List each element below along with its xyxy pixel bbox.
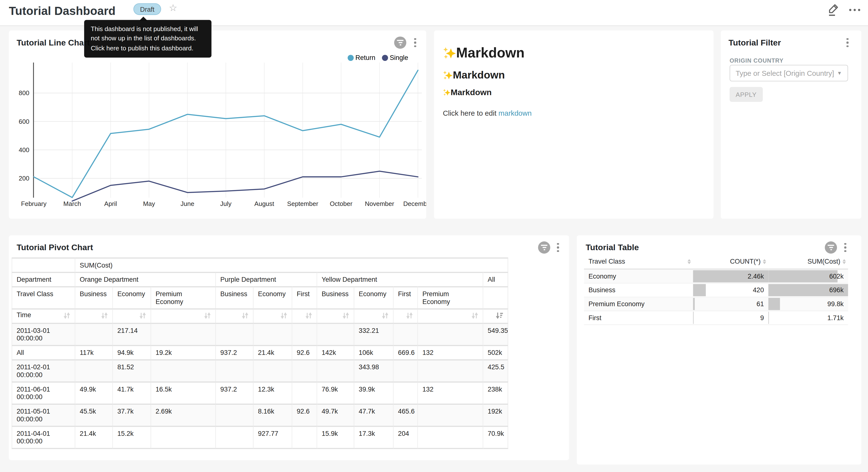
svg-text:June: June (181, 200, 194, 207)
pivot-value-cell: 142k (317, 345, 354, 359)
column-header-travel-class[interactable]: Travel Class (584, 254, 693, 269)
pivot-value-cell (394, 359, 418, 382)
pivot-value-cell: 39.9k (354, 382, 394, 404)
pivot-sort-cell[interactable] (317, 308, 354, 323)
pivot-data-row: 2011-05-01 00:00:0045.5k37.7k2.69k8.16k9… (12, 404, 508, 426)
pivot-sort-cell[interactable] (75, 308, 113, 323)
pivot-class-cell: First (292, 286, 317, 308)
filter-count-icon[interactable] (825, 241, 837, 254)
pivot-group-cell: Yellow Department (317, 272, 483, 286)
pivot-value-cell: 937.2 (216, 345, 253, 359)
pivot-sort-cell[interactable] (292, 308, 317, 323)
apply-button[interactable]: APPLY (730, 87, 763, 102)
markdown-edit-link[interactable]: markdown (499, 109, 532, 117)
sort-icon[interactable] (204, 312, 211, 321)
filter-count-icon[interactable] (538, 241, 550, 254)
pivot-value-cell: 12.3k (253, 382, 292, 404)
sort-icon[interactable] (406, 312, 413, 321)
pivot-sort-cell[interactable] (354, 308, 394, 323)
count-cell: 420 (693, 284, 769, 297)
pivot-sort-cell[interactable] (216, 308, 253, 323)
sort-icon[interactable] (101, 312, 108, 321)
pivot-value-cell (418, 404, 483, 426)
pivot-class-cell: Business (75, 286, 113, 308)
pivot-sort-cell[interactable] (151, 308, 216, 323)
pivot-header-cell: Travel Class (12, 286, 75, 308)
sort-carets-icon (763, 259, 766, 264)
panel-title: Tutorial Pivot Chart (17, 243, 93, 252)
publish-tooltip[interactable]: This dashboard is not published, it will… (84, 20, 212, 57)
pivot-data-row: All117k94.9k19.2k937.221.4k92.6142k106k6… (12, 345, 508, 359)
pivot-row-label: All (12, 345, 75, 359)
pivot-value-cell: 238k (483, 382, 508, 404)
pivot-value-cell (418, 426, 483, 449)
filter-options-icon[interactable] (845, 36, 850, 49)
pivot-row-label: 2011-05-01 00:00:00 (12, 404, 75, 426)
sort-icon[interactable] (381, 312, 389, 321)
sparkles-icon (443, 46, 456, 59)
pivot-value-cell (394, 382, 418, 404)
pivot-value-cell (151, 323, 216, 345)
sort-carets-icon (687, 259, 691, 264)
draft-badge[interactable]: Draft (133, 3, 161, 15)
pivot-value-cell (317, 323, 354, 345)
legend-item-return[interactable]: Return (348, 54, 375, 62)
pivot-sort-cell[interactable] (394, 308, 418, 323)
pivot-value-cell: 8.16k (253, 404, 292, 426)
chevron-down-icon: ▼ (837, 70, 842, 76)
pivot-value-cell: 41.7k (113, 382, 151, 404)
chart-options-icon[interactable] (843, 241, 848, 254)
pivot-value-cell (75, 359, 113, 382)
svg-text:November: November (365, 200, 394, 207)
pivot-value-cell: 332.21 (354, 323, 394, 345)
pivot-value-cell: 132 (418, 345, 483, 359)
pivot-corner-cell (12, 258, 75, 272)
pivot-measure-cell: SUM(Cost) (75, 258, 508, 272)
value-bar (768, 270, 837, 283)
pivot-sort-cell[interactable] (418, 308, 483, 323)
sort-icon[interactable] (280, 312, 287, 321)
svg-text:October: October (330, 200, 352, 207)
header-more-menu-icon[interactable] (849, 3, 860, 17)
pivot-class-cell: Economy (253, 286, 292, 308)
pivot-class-cell: Premium Economy (418, 286, 483, 308)
origin-country-select[interactable]: Type or Select [Origin Country] ▼ (730, 65, 848, 82)
sort-desc-icon[interactable] (495, 312, 503, 321)
svg-text:August: August (254, 200, 274, 207)
sort-icon[interactable] (241, 312, 248, 321)
favorite-star-icon[interactable]: ☆ (169, 3, 178, 14)
pivot-class-cell: Business (216, 286, 253, 308)
sort-icon[interactable] (139, 312, 146, 321)
sparkles-icon (443, 88, 451, 96)
pivot-value-cell: 49.9k (75, 382, 113, 404)
pivot-value-cell (216, 426, 253, 449)
pivot-row-label: 2011-06-01 00:00:00 (12, 382, 75, 404)
svg-text:800: 800 (19, 89, 29, 97)
sort-icon[interactable] (342, 312, 349, 321)
pivot-value-cell: 16.5k (151, 382, 216, 404)
pivot-value-cell: 19.2k (151, 345, 216, 359)
pivot-sort-cell[interactable] (113, 308, 151, 323)
pivot-sort-desc-cell[interactable] (483, 308, 508, 323)
sort-icon[interactable] (471, 312, 478, 321)
pivot-class-cell: First (394, 286, 418, 308)
value-bar (693, 312, 693, 324)
value-bar (693, 284, 706, 296)
sort-carets-icon (843, 259, 846, 264)
legend-item-single[interactable]: Single (382, 54, 408, 62)
chart-options-icon[interactable] (555, 241, 561, 254)
sum-cell: 99.8k (768, 297, 848, 311)
markdown-panel: Markdown Markdown Markdown Click here to… (434, 31, 713, 219)
travel-class-cell: Premium Economy (584, 297, 693, 311)
edit-pencil-icon[interactable] (826, 2, 840, 18)
pivot-sort-cell[interactable] (253, 308, 292, 323)
pivot-value-cell: 425.5 (483, 359, 508, 382)
column-header-sum-cost[interactable]: SUM(Cost) (768, 254, 848, 269)
pivot-value-cell (394, 323, 418, 345)
sort-icon[interactable] (305, 312, 312, 321)
table-row: Business420696k (584, 284, 848, 297)
sum-cell: 602k (768, 270, 848, 284)
column-header-count[interactable]: COUNT(*) (693, 254, 769, 269)
table-row: Economy2.46k602k (584, 270, 848, 284)
pivot-value-cell: 92.6 (292, 345, 317, 359)
